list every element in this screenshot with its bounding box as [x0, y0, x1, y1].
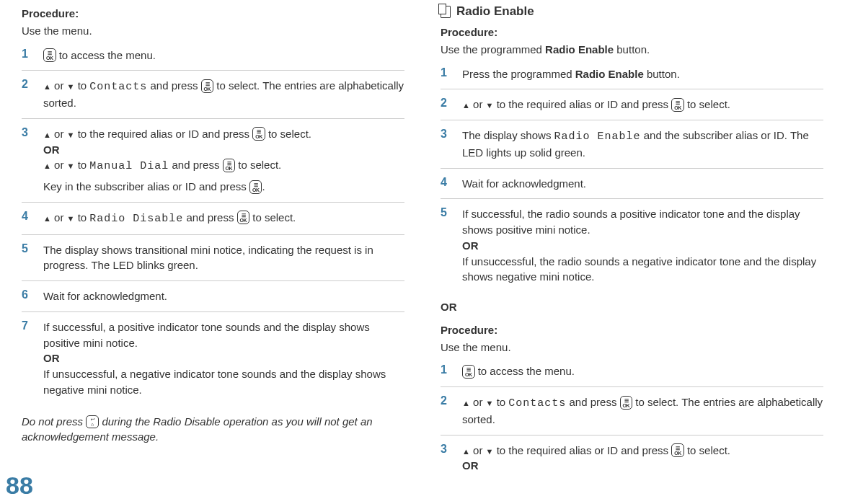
- up-arrow-icon: [43, 159, 51, 171]
- ok-button-icon: [201, 79, 214, 93]
- step-num: 2: [441, 97, 454, 112]
- two-column-layout: Procedure: Use the menu. 1 to access the…: [22, 4, 823, 481]
- procedure-label: Procedure:: [22, 7, 79, 19]
- step-num: 5: [441, 206, 454, 285]
- step-num: 3: [441, 443, 454, 474]
- step-num: 2: [441, 394, 454, 428]
- up-arrow-icon: [462, 98, 470, 110]
- footnote: Do not press during the Radio Disable op…: [22, 414, 404, 446]
- page-number: 88: [6, 472, 33, 500]
- down-arrow-icon: [486, 396, 494, 408]
- step-4: 4 or to Radio Disable and press to selec…: [22, 203, 404, 235]
- step-r1: 1 Press the programmed Radio Enable butt…: [441, 59, 823, 90]
- ok-button-icon: [620, 396, 633, 410]
- down-arrow-icon: [67, 211, 75, 224]
- step-rb1: 1 to access the menu.: [441, 356, 823, 387]
- step-num: 1: [441, 66, 454, 82]
- step-r3: 3 The display shows Radio Enable and the…: [441, 120, 823, 169]
- step-num: 7: [22, 319, 35, 398]
- down-arrow-icon: [486, 444, 494, 456]
- ok-button-icon: [671, 443, 684, 457]
- step-3: 3 or to the required alias or ID and pre…: [22, 119, 404, 203]
- step-r2: 2 or to the required alias or ID and pre…: [441, 89, 823, 120]
- section-heading: Radio Enable: [441, 4, 823, 19]
- ok-button-icon: [671, 98, 684, 112]
- down-arrow-icon: [486, 98, 494, 110]
- right-column: Radio Enable Procedure: Use the programm…: [441, 4, 823, 481]
- step-num: 1: [22, 48, 35, 63]
- down-arrow-icon: [67, 159, 75, 171]
- step-num: 1: [441, 363, 454, 379]
- step-r4: 4 Wait for acknowledgment.: [441, 169, 823, 200]
- ok-button-icon: [462, 365, 475, 379]
- document-icon: [441, 6, 451, 18]
- down-arrow-icon: [67, 128, 75, 140]
- procedure-intro: Use the programmed Radio Enable button.: [441, 42, 823, 58]
- down-arrow-icon: [67, 79, 75, 92]
- step-r5: 5 If successful, the radio sounds a posi…: [441, 199, 823, 292]
- step-1: 1 to access the menu.: [22, 40, 404, 71]
- step-rb2: 2 or to Contacts and press to select. Th…: [441, 387, 823, 436]
- ok-button-icon: [237, 211, 250, 224]
- step-2: 2 or to Contacts and press to select. Th…: [22, 71, 404, 119]
- step-num: 2: [22, 78, 35, 111]
- back-button-icon: [86, 415, 99, 428]
- up-arrow-icon: [43, 128, 51, 140]
- step-num: 4: [22, 210, 35, 227]
- ok-button-icon: [223, 159, 236, 172]
- procedure-intro-2: Use the menu.: [441, 340, 823, 355]
- up-arrow-icon: [43, 79, 51, 92]
- step-num: 3: [441, 128, 454, 161]
- step-num: 5: [22, 242, 35, 274]
- step-6: 6 Wait for acknowledgment.: [22, 281, 404, 312]
- step-rb3: 3 or to the required alias or ID and pre…: [441, 436, 823, 482]
- step-7: 7 If successful, a positive indicator to…: [22, 312, 404, 405]
- procedure-intro: Use the menu.: [22, 23, 404, 39]
- step-5: 5 The display shows transitional mini no…: [22, 235, 404, 282]
- left-column: Procedure: Use the menu. 1 to access the…: [22, 4, 404, 481]
- ok-button-icon: [252, 127, 265, 141]
- ok-button-icon: [43, 48, 56, 62]
- procedure-label-2: Procedure:: [441, 324, 497, 336]
- up-arrow-icon: [462, 396, 470, 408]
- up-arrow-icon: [462, 444, 470, 456]
- step-num: 3: [22, 126, 35, 195]
- or-separator: OR: [441, 299, 823, 315]
- up-arrow-icon: [43, 211, 51, 224]
- procedure-label: Procedure:: [441, 26, 497, 38]
- ok-button-icon: [249, 180, 262, 194]
- step-num: 4: [441, 176, 454, 192]
- step-num: 6: [22, 288, 35, 304]
